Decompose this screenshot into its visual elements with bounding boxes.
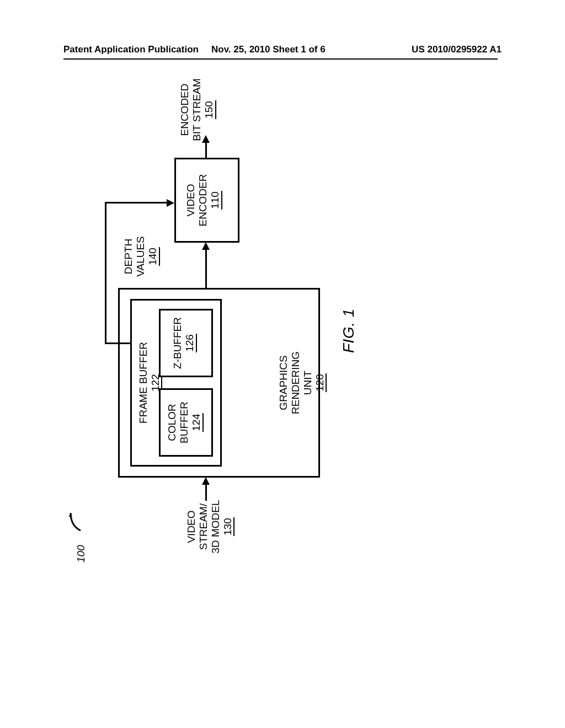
arrow-gru-to-encoder-head [202, 242, 210, 250]
header-rule [63, 58, 498, 60]
input-label-line1: VIDEO [185, 510, 197, 543]
arrow-gru-to-encoder [205, 250, 207, 290]
output-label-line2: BIT STREAM [191, 78, 202, 141]
depth-values-ref: 140 [147, 247, 160, 266]
output-label: ENCODED BIT STREAM 150 [179, 74, 216, 146]
color-buffer-label-line1: COLOR [166, 404, 178, 441]
header-center: Nov. 25, 2010 Sheet 1 of 6 [211, 44, 326, 55]
figure-1-diagram: 100 FIG. 1 VIDEO STREAM/ 3D MODEL 130 GR… [71, 276, 565, 563]
figure-ref-label: 100 [75, 545, 87, 563]
output-label-ref: 150 [203, 100, 216, 119]
video-encoder-block: VIDEO ENCODER 110 [174, 158, 239, 243]
arrow-depth-riser [105, 342, 131, 344]
gru-label-ref: 120 [314, 373, 327, 392]
arrow-depth-head [167, 199, 174, 207]
swish-arrow-icon [68, 510, 83, 532]
color-buffer-label-line2: BUFFER [178, 402, 190, 443]
input-label-line3: 3D MODEL [210, 500, 221, 553]
input-label: VIDEO STREAM/ 3D MODEL 130 [185, 496, 234, 557]
figure-caption: FIG. 1 [340, 308, 358, 353]
input-label-line2: STREAM/ [198, 504, 209, 550]
frame-buffer-label: FRAME BUFFER [137, 342, 149, 424]
z-buffer-ref: 126 [184, 334, 197, 352]
header-left: Patent Application Publication [63, 44, 199, 55]
arrow-depth-top [105, 202, 106, 344]
z-buffer-label: Z-BUFFER [172, 317, 183, 369]
arrow-input-to-gru-head [202, 477, 210, 485]
gru-label-line1: GRAPHICS [278, 355, 289, 410]
video-encoder-ref: 110 [209, 191, 222, 210]
color-buffer-ref: 124 [190, 413, 204, 432]
output-label-line1: ENCODED [179, 84, 190, 136]
video-encoder-label-line1: VIDEO [185, 184, 196, 216]
arrow-input-to-gru [205, 485, 207, 501]
header-right: US 2010/0295922 A1 [412, 44, 502, 55]
depth-values-line1: DEPTH [122, 239, 134, 274]
page-header: Patent Application Publication Nov. 25, … [63, 44, 502, 58]
depth-values-line2: VALUES [135, 236, 146, 277]
input-label-ref: 130 [222, 517, 235, 536]
color-buffer-block: COLOR BUFFER 124 [159, 388, 213, 457]
z-buffer-block: Z-BUFFER 126 [159, 309, 213, 377]
video-encoder-label-line2: ENCODER [197, 174, 209, 227]
depth-values-label: DEPTH VALUES 140 [122, 226, 160, 287]
arrow-depth-drop [105, 202, 168, 204]
gru-label-line2: RENDERING [290, 351, 301, 414]
gru-label-line3: UNIT [302, 371, 313, 395]
